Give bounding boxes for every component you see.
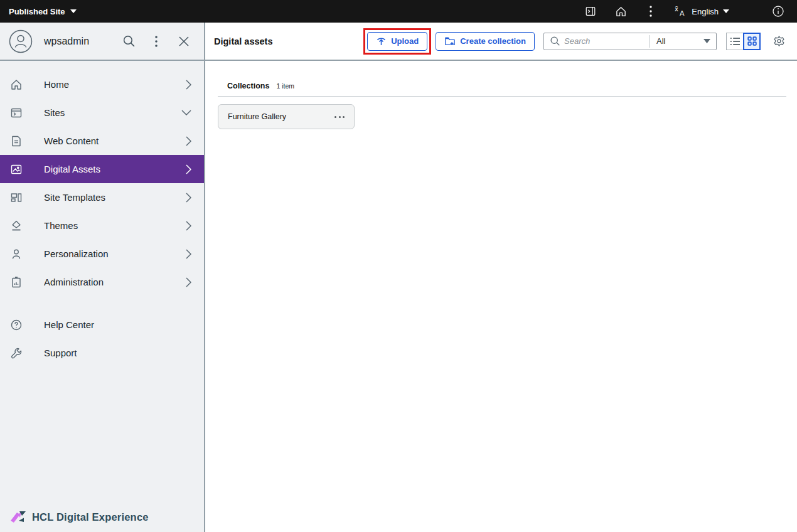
sidebar-item-web-content[interactable]: Web Content [0,127,204,155]
caret-down-icon [723,9,729,13]
sidebar-header: wpsadmin [0,23,204,61]
sidebar-item-site-templates[interactable]: Site Templates [0,183,204,211]
logo-text: HCL Digital Experience [32,511,149,523]
theme-icon [10,220,23,232]
main-toolbar: Digital assets Upload [205,23,797,61]
help-icon [10,319,23,331]
search-input[interactable] [564,36,649,46]
section-title: Collections [227,82,269,90]
chevron-right-icon [186,221,191,231]
avatar [9,29,33,53]
user-profile[interactable]: wpsadmin [9,29,89,53]
collection-name: Furniture Gallery [228,112,286,121]
hcl-dx-logo: HCL Digital Experience [0,509,204,532]
close-icon[interactable] [175,33,193,50]
upload-icon [376,36,387,46]
sidebar-item-personalization[interactable]: Personalization [0,240,204,268]
top-bar: Published Site x̄ A [0,0,797,23]
image-icon [10,163,23,176]
main-panel: Digital assets Upload [205,23,797,532]
item-count: 1 item [276,82,294,90]
upload-button[interactable]: Upload [367,32,427,51]
sites-icon [10,107,23,119]
person-icon [10,248,23,260]
site-switcher[interactable]: Published Site [0,7,77,16]
sidebar-item-help-center[interactable]: Help Center [0,311,204,339]
chevron-right-icon [186,136,191,146]
sidebar-item-label: Digital Assets [44,164,100,174]
overflow-menu-icon[interactable] [636,0,666,23]
collection-card[interactable]: Furniture Gallery [218,104,355,129]
sidebar: wpsadmin [0,23,205,532]
sidebar-item-sites[interactable]: Sites [0,98,204,127]
page-title: Digital assets [214,36,273,46]
create-collection-button[interactable]: Create collection [436,32,535,51]
sidebar-footer-nav: Help Center Support [0,311,204,367]
sidebar-item-home[interactable]: Home [0,70,204,98]
search-bar: All [543,33,717,50]
chevron-right-icon [186,80,191,90]
site-switcher-label: Published Site [9,7,65,16]
upload-label: Upload [391,36,419,46]
sidebar-item-themes[interactable]: Themes [0,211,204,240]
translate-icon: x̄ A [675,6,687,17]
view-toggle [726,33,761,50]
sidebar-item-label: Sites [44,107,65,118]
sidebar-item-label: Support [44,348,77,358]
caret-down-icon [703,39,710,43]
sidebar-item-label: Home [44,79,69,90]
sidebar-item-label: Site Templates [44,192,105,203]
clipboard-chart-icon [10,276,23,289]
chevron-right-icon [186,277,191,287]
folder-add-icon [444,36,456,46]
caret-down-icon [70,9,77,13]
hcl-logo-mark-icon [10,509,26,524]
ellipsis-icon[interactable] [333,112,346,122]
chevron-down-icon [181,110,191,115]
collections-section: Collections 1 item Furniture Gallery [205,61,797,129]
list-view-button[interactable] [726,33,744,50]
svg-text:x̄: x̄ [675,6,678,13]
document-icon [10,135,23,147]
wrench-icon [10,347,23,359]
sidebar-item-label: Themes [44,220,78,231]
divider [218,96,786,97]
site-preview-icon[interactable] [575,0,606,23]
chevron-right-icon [186,164,191,174]
sidebar-nav: Home Sites [0,61,204,296]
sidebar-item-administration[interactable]: Administration [0,268,204,296]
create-collection-label: Create collection [460,36,526,46]
chevron-right-icon [186,249,191,259]
gear-icon[interactable] [769,32,788,51]
search-icon[interactable] [120,33,137,50]
top-bar-actions: x̄ A English [575,0,797,23]
search-filter-dropdown[interactable]: All [650,33,716,50]
section-header: Collections 1 item [218,82,786,90]
grid-view-icon [747,36,757,46]
sidebar-item-label: Personalization [44,248,109,259]
list-view-icon [730,37,741,46]
filter-value: All [656,36,665,46]
overflow-menu-icon[interactable] [147,33,165,50]
search-icon [550,36,560,46]
language-label: English [692,7,719,16]
sidebar-item-label: Web Content [44,136,99,146]
sidebar-item-support[interactable]: Support [0,339,204,367]
home-icon [10,78,23,91]
sidebar-item-label: Administration [44,277,104,287]
svg-text:A: A [680,9,685,17]
sidebar-item-digital-assets[interactable]: Digital Assets [0,155,204,183]
home-icon[interactable] [606,0,636,23]
upload-annotation-box: Upload [363,28,431,55]
grid-view-button[interactable] [743,33,761,50]
username-label: wpsadmin [44,36,89,47]
chevron-right-icon [186,193,191,203]
template-icon [10,191,23,204]
language-selector[interactable]: x̄ A English [666,0,738,23]
info-icon[interactable] [763,0,793,23]
sidebar-item-label: Help Center [44,319,94,330]
